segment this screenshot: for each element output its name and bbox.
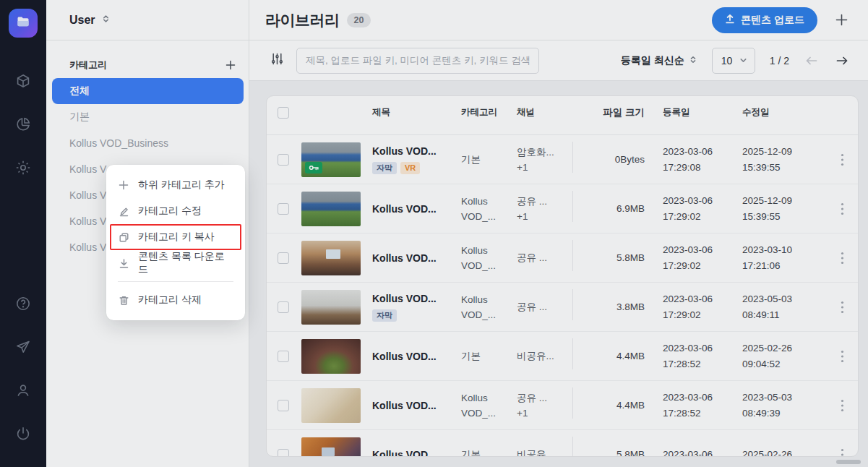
trash-icon xyxy=(118,294,129,306)
row-checkbox[interactable] xyxy=(278,301,289,313)
table-row[interactable]: Kollus VOD...Kollus VOD_...공유 ...5.8MB20… xyxy=(267,234,858,283)
content-count-badge: 20 xyxy=(347,13,371,27)
channel-extra-count: +1 xyxy=(517,209,572,224)
content-thumbnail[interactable] xyxy=(301,339,361,374)
send-icon[interactable] xyxy=(14,338,32,356)
table-row[interactable]: Kollus VOD...Kollus VOD_...공유 ...+16.9MB… xyxy=(267,184,858,234)
channel-name: 공유 ... xyxy=(517,250,572,265)
channel-name: 비공유... xyxy=(517,348,572,364)
cube-icon[interactable] xyxy=(14,72,32,90)
content-title[interactable]: Kollus VOD... xyxy=(372,252,461,264)
gear-icon[interactable] xyxy=(14,159,32,176)
row-checkbox[interactable] xyxy=(278,203,289,215)
page-title: 라이브러리 xyxy=(265,10,340,30)
menu-item-label: 카테고리 키 복사 xyxy=(138,231,215,244)
content-title[interactable]: Kollus VOD... xyxy=(372,351,461,362)
power-icon[interactable] xyxy=(14,425,32,442)
page-header: 라이브러리 20 콘텐츠 업로드 xyxy=(249,0,868,40)
row-checkbox[interactable] xyxy=(278,351,289,362)
column-header-modified: 수정일 xyxy=(742,106,822,119)
table-row[interactable]: Kollus VOD...Kollus VOD_...공유 ...+14.4MB… xyxy=(267,381,858,430)
workspace-switcher[interactable]: User xyxy=(46,0,249,40)
content-table-card: 제목 카테고리 채널 파일 크기 등록일 수정일 Kollus VOD...자막… xyxy=(266,95,859,457)
content-title[interactable]: Kollus VOD... xyxy=(372,293,461,304)
copy-icon xyxy=(118,231,129,243)
content-thumbnail[interactable] xyxy=(301,241,361,275)
help-icon[interactable] xyxy=(14,295,32,312)
content-thumbnail[interactable] xyxy=(301,192,361,226)
content-thumbnail[interactable] xyxy=(301,437,361,458)
table-row[interactable]: Kollus VOD...기본비공유...5.8MB2023-03-062025… xyxy=(267,430,858,457)
category-cell: Kollus VOD_... xyxy=(461,390,517,421)
row-kebab-menu-button[interactable] xyxy=(838,445,847,458)
folder-icon xyxy=(15,14,31,33)
row-kebab-menu-button[interactable] xyxy=(838,396,847,415)
sidebar-category-item[interactable]: 전체 xyxy=(52,78,244,104)
channel-cell: 공유 ... xyxy=(517,250,572,265)
menu-item-label: 콘텐츠 목록 다운로드 xyxy=(138,250,233,276)
registered-cell: 2023-03-0617:29:02 xyxy=(663,242,742,274)
chevron-down-icon xyxy=(739,55,747,67)
table-row[interactable]: Kollus VOD...기본비공유...4.4MB2023-03-0617:2… xyxy=(267,332,858,381)
upload-content-button[interactable]: 콘텐츠 업로드 xyxy=(712,7,817,33)
column-header-channel: 채널 xyxy=(517,106,572,119)
user-icon[interactable] xyxy=(14,382,32,399)
menu-item[interactable]: 카테고리 키 복사 xyxy=(106,224,245,250)
library-app-tile[interactable] xyxy=(9,9,38,38)
actions-cell xyxy=(822,150,859,169)
add-category-button[interactable] xyxy=(223,58,238,72)
add-button[interactable] xyxy=(833,12,850,28)
row-kebab-menu-button[interactable] xyxy=(838,347,847,366)
content-thumbnail[interactable] xyxy=(301,142,361,177)
modified-cell: 2023-05-0308:49:39 xyxy=(742,390,822,421)
menu-item[interactable]: 하위 카테고리 추가 xyxy=(106,172,245,198)
next-page-button[interactable] xyxy=(834,53,850,68)
content-thumbnail[interactable] xyxy=(301,290,361,325)
menu-item[interactable]: 콘텐츠 목록 다운로드 xyxy=(106,250,245,276)
subtitle-badge: 자막 xyxy=(372,309,397,322)
sliders-icon[interactable] xyxy=(271,53,283,68)
content-title[interactable]: Kollus VOD... xyxy=(372,400,461,411)
content-thumbnail[interactable] xyxy=(301,388,361,423)
actions-cell xyxy=(822,347,859,366)
search-input[interactable] xyxy=(296,48,539,74)
toolbar-right: 등록일 최신순 10 1 / 2 xyxy=(621,48,850,74)
thumbnail-cell xyxy=(301,142,372,177)
horizontal-scrollbar[interactable] xyxy=(836,460,861,464)
pie-chart-icon[interactable] xyxy=(14,116,32,133)
row-checkbox[interactable] xyxy=(278,449,289,458)
row-checkbox[interactable] xyxy=(278,154,289,166)
select-all-checkbox[interactable] xyxy=(278,107,289,119)
menu-item[interactable]: 카테고리 삭제 xyxy=(106,287,245,313)
content-title[interactable]: Kollus VOD... xyxy=(372,145,461,157)
row-checkbox[interactable] xyxy=(278,252,289,264)
page-size-select[interactable]: 10 xyxy=(712,48,755,74)
sort-button[interactable]: 등록일 최신순 xyxy=(621,54,697,67)
download-icon xyxy=(118,257,129,269)
row-kebab-menu-button[interactable] xyxy=(838,150,847,169)
menu-item[interactable]: 카테고리 수정 xyxy=(106,198,245,224)
sort-button-label: 등록일 최신순 xyxy=(621,54,684,67)
prev-page-button[interactable] xyxy=(804,53,820,68)
modified-cell: 2025-02-2609:04:52 xyxy=(742,340,822,372)
table-row[interactable]: Kollus VOD...자막VR기본암호화...+10Bytes2023-03… xyxy=(267,135,858,184)
modified-cell: 2025-02-26 xyxy=(742,447,822,458)
main-pane: 라이브러리 20 콘텐츠 업로드 등록일 xyxy=(249,0,868,467)
row-kebab-menu-button[interactable] xyxy=(838,249,847,267)
sidebar-category-item[interactable]: Kollus VOD_Business xyxy=(46,130,249,156)
table-row[interactable]: Kollus VOD...자막Kollus VOD_...공유 ...3.8MB… xyxy=(267,283,858,332)
registered-cell: 2023-03-0617:28:52 xyxy=(663,340,742,372)
row-kebab-menu-button[interactable] xyxy=(838,298,847,317)
thumbnail-cell xyxy=(301,339,372,374)
sidebar-category-item[interactable]: 기본 xyxy=(46,104,249,130)
filesize-cell: 4.4MB xyxy=(572,332,663,380)
content-title[interactable]: Kollus VOD... xyxy=(372,449,461,458)
workspace-label: User xyxy=(69,14,95,27)
channel-cell: 공유 ... xyxy=(517,299,572,314)
row-kebab-menu-button[interactable] xyxy=(838,200,847,218)
filesize-cell: 6.9MB xyxy=(572,184,663,233)
content-title[interactable]: Kollus VOD... xyxy=(372,203,461,215)
thumbnail-cell xyxy=(301,437,372,458)
category-cell: Kollus VOD_... xyxy=(461,194,517,224)
row-checkbox[interactable] xyxy=(278,400,289,411)
